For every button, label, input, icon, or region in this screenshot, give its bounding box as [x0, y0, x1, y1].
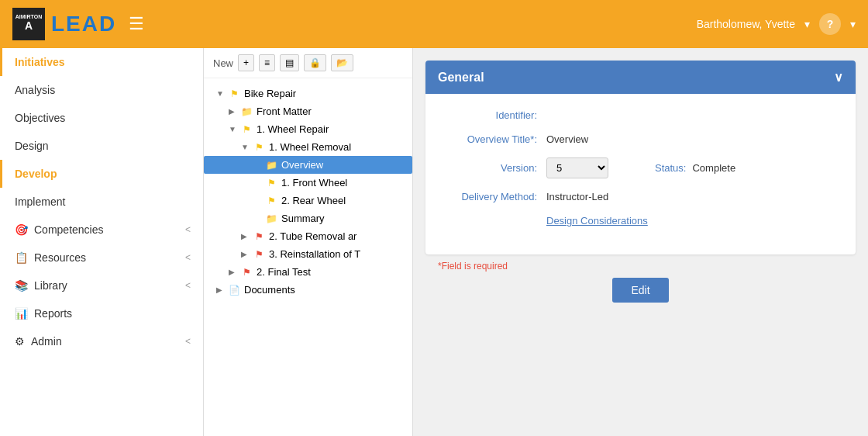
sidebar-item-competencies[interactable]: 🎯 Competencies < — [0, 216, 203, 244]
grid-icon: ▤ — [285, 57, 294, 68]
tree-row-wheel-repair[interactable]: ▼ ⚑ 1. Wheel Repair — [204, 120, 412, 138]
tree-label: 2. Tube Removal ar — [266, 230, 360, 243]
sidebar-item-objectives[interactable]: Objectives — [0, 104, 203, 132]
flag-yellow-icon: ⚑ — [252, 142, 266, 153]
overview-title-label: Overview Title*: — [438, 133, 546, 145]
chevron-left-icon: < — [185, 252, 191, 263]
tree-row-bike-repair[interactable]: ▼ ⚑ Bike Repair — [204, 85, 412, 102]
flag-yellow-icon: ⚑ — [264, 196, 278, 206]
sidebar-item-label: Reports — [34, 307, 72, 320]
sidebar-item-label: Initiatives — [15, 56, 65, 68]
tree-label: Documents — [241, 283, 298, 296]
grid-view-button[interactable]: ▤ — [280, 54, 299, 71]
sidebar-item-label: Analysis — [15, 84, 55, 96]
flag-red-icon: ⚑ — [252, 231, 266, 242]
sidebar-item-label: Implement — [15, 196, 65, 208]
tree-row-overview[interactable]: 📁 Overview — [204, 156, 412, 174]
required-note: *Field is required — [438, 261, 843, 272]
tree-row-tube-removal[interactable]: ▶ ⚑ 2. Tube Removal ar — [204, 227, 412, 245]
library-icon: 📚 — [15, 279, 28, 292]
user-name: Bartholomew, Yvette — [697, 18, 795, 30]
flag-red-icon: ⚑ — [252, 249, 266, 260]
sidebar-item-reports[interactable]: 📊 Reports — [0, 299, 203, 327]
chevron-left-icon: < — [185, 280, 191, 291]
edit-button[interactable]: Edit — [612, 278, 668, 303]
admin-icon: ⚙ — [15, 335, 25, 348]
sidebar-item-design[interactable]: Design — [0, 132, 203, 160]
tree-row-front-wheel[interactable]: ⚑ 1. Front Wheel — [204, 174, 412, 192]
tree-toggle[interactable]: ▶ — [229, 107, 239, 116]
sidebar-item-library[interactable]: 📚 Library < — [0, 272, 203, 299]
sidebar-item-initiatives[interactable]: Initiatives — [0, 48, 203, 76]
toolbar: New + ≡ ▤ 🔒 📂 — [204, 48, 412, 78]
lock-button[interactable]: 🔒 — [304, 54, 326, 71]
folder-icon: 📁 — [239, 106, 253, 117]
tree-toggle-empty: ▶ — [229, 268, 239, 276]
tree-toggle[interactable]: ▼ — [241, 143, 252, 151]
tree-row-reinstallation[interactable]: ▶ ⚑ 3. Reinstallation of T — [204, 245, 412, 263]
user-dropdown-icon[interactable]: ▾ — [804, 18, 810, 30]
status-value: Complete — [692, 162, 735, 174]
sidebar-item-label: Resources — [34, 251, 86, 264]
tree-toggle-empty — [253, 178, 264, 187]
tree-toggle[interactable]: ▼ — [229, 125, 239, 133]
sidebar-item-label: Admin — [31, 335, 62, 348]
svg-text:AIMIRTON: AIMIRTON — [16, 14, 42, 19]
main-content: New + ≡ ▤ 🔒 📂 — [204, 48, 868, 436]
sidebar-item-resources[interactable]: 📋 Resources < — [0, 244, 203, 272]
hamburger-icon[interactable]: ☰ — [129, 14, 144, 34]
version-label: Version: — [438, 162, 546, 174]
tree-row-rear-wheel[interactable]: ⚑ 2. Rear Wheel — [204, 192, 412, 209]
folder-button[interactable]: 📂 — [331, 54, 353, 71]
tree-label: 2. Rear Wheel — [278, 194, 349, 207]
folder-icon: 📁 — [264, 213, 278, 224]
sidebar-item-develop[interactable]: Develop — [0, 160, 203, 188]
form-row-identifier: Identifier: — [438, 109, 843, 121]
sidebar-item-label: Objectives — [15, 112, 65, 124]
tree-node-bike-repair[interactable]: ▼ ⚑ Bike Repair ▶ 📁 Front Matter — [204, 85, 412, 281]
overview-title-value: Overview — [546, 133, 588, 145]
list-view-button[interactable]: ≡ — [259, 54, 275, 71]
tree-row-documents[interactable]: ▶ 📄 Documents — [204, 281, 412, 299]
folder-open-icon: 📂 — [336, 57, 348, 68]
tree-label: Bike Repair — [241, 87, 299, 100]
new-label: New — [213, 57, 233, 69]
sidebar-item-admin[interactable]: ⚙ Admin < — [0, 327, 203, 355]
tree-label: 1. Wheel Repair — [253, 123, 332, 136]
sidebar-item-label: Design — [15, 140, 49, 152]
tree-row-wheel-removal[interactable]: ▼ ⚑ 1. Wheel Removal — [204, 138, 412, 156]
design-considerations-link[interactable]: Design Considerations — [546, 215, 648, 227]
sidebar-item-implement[interactable]: Implement — [0, 188, 203, 216]
tree-row-front-matter[interactable]: ▶ 📁 Front Matter — [204, 102, 412, 120]
tree-toggle[interactable]: ▼ — [216, 89, 227, 98]
flag-yellow-icon: ⚑ — [264, 178, 278, 189]
list-icon: ≡ — [264, 57, 270, 68]
flag-yellow-icon: ⚑ — [239, 124, 253, 135]
identifier-label: Identifier: — [438, 109, 546, 121]
new-button[interactable]: + — [238, 54, 254, 71]
collapse-icon[interactable]: ∨ — [834, 70, 843, 85]
sidebar-item-analysis[interactable]: Analysis — [0, 76, 203, 104]
plus-icon: + — [243, 57, 249, 68]
tree-panel: New + ≡ ▤ 🔒 📂 — [204, 48, 413, 436]
help-dropdown-icon[interactable]: ▾ — [850, 18, 856, 30]
tree: ▼ ⚑ Bike Repair ▶ 📁 Front Matter — [204, 78, 412, 305]
svg-text:A: A — [25, 19, 33, 32]
resources-icon: 📋 — [15, 251, 28, 264]
status-label: Status: — [655, 162, 686, 174]
tree-row-final-test[interactable]: ▶ ⚑ 2. Final Test — [204, 263, 412, 281]
help-button[interactable]: ? — [819, 13, 841, 35]
main-layout: Initiatives Analysis Objectives Design D… — [0, 48, 868, 436]
delivery-method-value: Instructor-Led — [546, 191, 608, 202]
sidebar: Initiatives Analysis Objectives Design D… — [0, 48, 204, 436]
form-row-design-link: Design Considerations — [438, 215, 843, 227]
tree-toggle[interactable]: ▶ — [216, 285, 227, 294]
header: A AIMIRTON LEAD ☰ Bartholomew, Yvette ▾ … — [0, 0, 868, 48]
tree-toggle-empty — [253, 161, 264, 169]
version-select[interactable]: 5 1234 678910 — [546, 157, 608, 178]
flag-yellow-icon: ⚑ — [227, 88, 241, 99]
tree-label: 3. Reinstallation of T — [266, 247, 363, 261]
tree-toggle-empty — [253, 214, 264, 223]
tree-row-summary[interactable]: 📁 Summary — [204, 209, 412, 227]
tree-toggle-empty: ▶ — [241, 232, 252, 240]
